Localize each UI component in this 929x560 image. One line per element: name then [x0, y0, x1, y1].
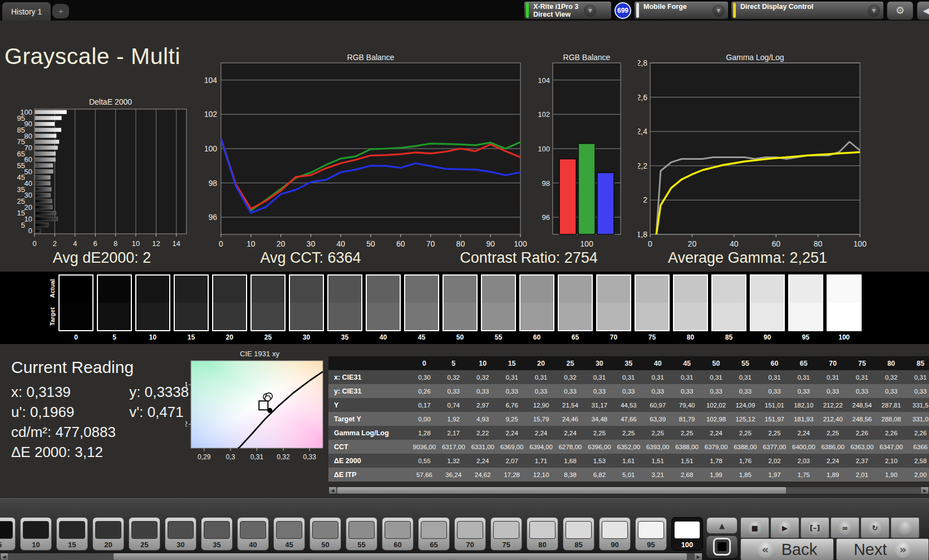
- patch-label: 90: [611, 541, 618, 549]
- patch-swatch: [529, 521, 556, 539]
- chevron-down-icon: ▼: [712, 4, 725, 17]
- svg-text:90: 90: [486, 239, 495, 248]
- patch-button-65[interactable]: 65: [418, 517, 450, 551]
- next-button[interactable]: Next »: [836, 538, 929, 560]
- patch-button-75[interactable]: 75: [490, 517, 522, 551]
- patch-label: 95: [647, 541, 655, 549]
- back-button[interactable]: « Back: [740, 538, 834, 560]
- patch-button-20[interactable]: 20: [92, 517, 124, 551]
- patch-button-80[interactable]: 80: [527, 517, 558, 551]
- svg-text:RGB Balance: RGB Balance: [347, 53, 395, 62]
- svg-text:80: 80: [814, 239, 823, 248]
- swatch-label: 40: [380, 333, 387, 341]
- patch-button-35[interactable]: 35: [201, 517, 233, 551]
- patch-button-40[interactable]: 40: [237, 517, 269, 551]
- gray-swatch: 0: [58, 274, 94, 341]
- patch-swatch: [457, 521, 483, 539]
- svg-text:98: 98: [542, 179, 550, 188]
- gray-swatch: 70: [596, 274, 631, 341]
- stop-button[interactable]: ■: [740, 517, 769, 538]
- device-accent: [733, 3, 736, 18]
- workflow-accent: [636, 3, 639, 18]
- chevron-down-icon: ▼: [584, 4, 596, 17]
- svg-text:100: 100: [204, 144, 218, 153]
- scroll-right-icon[interactable]: ▶: [695, 553, 702, 560]
- patch-label: 45: [285, 541, 293, 549]
- svg-text:2,4: 2,4: [638, 127, 647, 136]
- toolbar-scrollbar[interactable]: ◀ ▶: [0, 553, 702, 560]
- scrollbar-thumb[interactable]: [114, 553, 687, 560]
- patch-button-45[interactable]: 45: [273, 517, 305, 551]
- gray-swatch: 50: [443, 274, 478, 341]
- svg-text:DeltaE 2000: DeltaE 2000: [89, 97, 132, 106]
- gray-swatch: 30: [289, 274, 324, 341]
- patch-swatch: [421, 521, 447, 539]
- patch-window-button[interactable]: [706, 536, 738, 558]
- svg-text:104: 104: [204, 76, 218, 85]
- patch-button-30[interactable]: 30: [165, 517, 196, 551]
- add-tab-button[interactable]: +: [52, 4, 69, 18]
- grayscale-strip: Actual Target 05101520253035404550556065…: [0, 272, 929, 344]
- patch-button-90[interactable]: 90: [599, 517, 631, 551]
- swatch-label: 80: [687, 333, 694, 341]
- play-button[interactable]: ▶: [770, 517, 799, 538]
- patch-swatch: [240, 521, 266, 539]
- swatch-label: 75: [648, 333, 656, 341]
- scroll-left-icon[interactable]: ◀: [329, 487, 336, 494]
- patch-button-70[interactable]: 70: [454, 517, 486, 551]
- patch-button-15[interactable]: 15: [56, 517, 88, 551]
- loop-infinite-button[interactable]: ∞: [830, 517, 859, 538]
- collapse-panel-button[interactable]: ◀: [917, 1, 929, 20]
- patch-swatch: [385, 521, 411, 539]
- patch-label: 40: [249, 541, 257, 549]
- scroll-right-icon[interactable]: ▶: [921, 487, 928, 494]
- swatch-label: 20: [226, 333, 233, 341]
- svg-text:0,29: 0,29: [198, 453, 211, 461]
- patch-panel-up-button[interactable]: ▲: [706, 517, 738, 534]
- table-scrollbar[interactable]: ◀ ▶: [328, 487, 929, 494]
- meter-accent: [526, 3, 529, 18]
- svg-text:12: 12: [152, 239, 160, 247]
- svg-text:0: 0: [28, 227, 32, 235]
- patch-button-60[interactable]: 60: [382, 517, 414, 551]
- svg-text:0: 0: [648, 239, 652, 248]
- patch-swatch: [638, 521, 664, 539]
- meter-dropdown[interactable]: X-Rite i1Pro 3 Direct View ▼: [524, 2, 611, 19]
- swatch-label: 90: [764, 333, 771, 341]
- workflow-dropdown[interactable]: Mobile Forge ▼: [635, 2, 728, 19]
- svg-text:10: 10: [247, 239, 255, 248]
- back-chevron-icon: «: [757, 541, 774, 558]
- swatch-label: 10: [149, 333, 156, 341]
- svg-text:2,6: 2,6: [638, 93, 647, 102]
- patch-button-50[interactable]: 50: [309, 517, 341, 551]
- record-button[interactable]: [891, 517, 920, 538]
- table-row: ΔE ITP57,6636,2424,6217,2812,108,386,825…: [328, 468, 929, 482]
- svg-text:100: 100: [20, 108, 32, 116]
- bottom-toolbar: 5101520253035404550556065707580859095100…: [0, 498, 929, 560]
- patch-button-55[interactable]: 55: [346, 517, 377, 551]
- device-label: Direct Display Control: [740, 3, 862, 11]
- patch-button-85[interactable]: 85: [563, 517, 594, 551]
- table-row: y: CIE310,260,330,330,330,330,330,330,33…: [328, 384, 929, 398]
- history-tab[interactable]: History 1: [2, 2, 51, 21]
- gray-swatch: 10: [135, 274, 170, 341]
- svg-text:100: 100: [580, 239, 593, 248]
- step-measure-button[interactable]: [–]: [800, 517, 829, 538]
- device-dropdown[interactable]: Direct Display Control ▼: [731, 2, 883, 19]
- scrollbar-thumb[interactable]: [337, 487, 786, 494]
- scroll-left-icon[interactable]: ◀: [1, 553, 8, 560]
- patch-button-5[interactable]: 5: [0, 517, 16, 551]
- svg-text:6: 6: [94, 239, 97, 247]
- svg-text:2,8: 2,8: [638, 58, 647, 67]
- patch-button-10[interactable]: 10: [20, 517, 52, 551]
- refresh-button[interactable]: ↻: [861, 517, 889, 538]
- svg-text:102: 102: [204, 110, 218, 119]
- patch-button-95[interactable]: 95: [635, 517, 667, 551]
- patch-button-25[interactable]: 25: [129, 517, 160, 551]
- stat-avg-de2000: Avg dE2000: 2: [53, 249, 151, 267]
- svg-text:10: 10: [132, 239, 140, 247]
- gray-swatch: 55: [481, 274, 516, 341]
- patch-button-100[interactable]: 100: [671, 517, 703, 551]
- settings-button[interactable]: ⚙: [887, 1, 913, 20]
- target-label: Target: [49, 303, 56, 331]
